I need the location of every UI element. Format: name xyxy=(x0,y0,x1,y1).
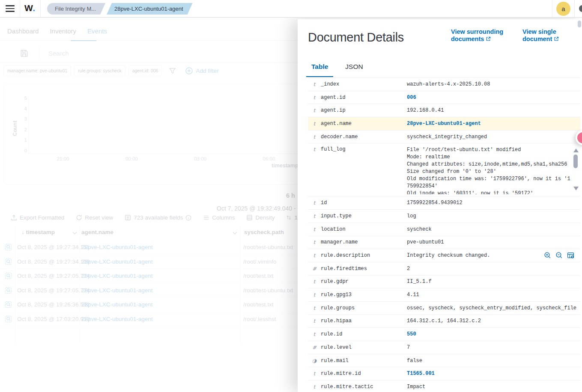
document-field-table: t _index wazuh-alerts-4.x-2025.10.08 xyxy=(308,77,580,392)
field-value: wazuh-alerts-4.x-2025.10.08 xyxy=(407,81,490,87)
scroll-down-arrow[interactable] xyxy=(573,187,579,190)
field-name: rule.id xyxy=(321,331,407,337)
external-link-icon xyxy=(486,36,491,42)
flyout-tab[interactable]: JSON xyxy=(340,63,368,77)
field-row: t input.type log xyxy=(308,210,580,223)
field-type-icon: t xyxy=(310,200,318,206)
avatar[interactable]: a xyxy=(556,2,570,16)
field-value: 4.11 xyxy=(407,292,419,298)
field-type-icon: # xyxy=(310,344,318,350)
full-log-scrollbar xyxy=(573,143,579,196)
filter-out-value-icon[interactable] xyxy=(555,252,563,259)
breadcrumb-pill[interactable]: 28pve-LXC-ubuntu01-agent xyxy=(107,3,192,15)
field-name: rule.description xyxy=(321,252,407,258)
field-row: t agent.id 006 xyxy=(308,91,580,104)
toggle-column-icon[interactable] xyxy=(567,252,574,259)
field-type-icon: t xyxy=(310,107,318,113)
field-type-icon: t xyxy=(310,305,318,311)
field-type-icon: t xyxy=(310,384,318,390)
filter-for-value-icon[interactable] xyxy=(544,252,551,259)
field-value: false xyxy=(407,358,422,364)
field-name: input.type xyxy=(321,213,407,219)
navbar-divider xyxy=(552,0,552,17)
field-row: t location syscheck xyxy=(308,223,580,236)
field-value: 1759922854.9439012 xyxy=(407,200,463,206)
field-name: rule.mitre.tactic xyxy=(321,384,407,390)
flyout-tabs: TableJSON xyxy=(306,63,368,77)
field-name: agent.name xyxy=(321,121,407,127)
field-value: 28pve-LXC-ubuntu01-agent xyxy=(407,121,481,127)
scroll-up-arrow[interactable] xyxy=(573,148,579,152)
field-value: syscheck_integrity_changed xyxy=(407,134,487,140)
field-type-icon: t xyxy=(310,121,318,127)
field-value: Integrity checksum changed. xyxy=(407,252,490,258)
flyout-title: Document Details xyxy=(308,30,404,45)
scrollbar-thumb[interactable] xyxy=(573,154,578,168)
field-value: 164.312.c.1, 164.312.c.2 xyxy=(407,318,481,324)
wazuh-logo[interactable]: W. xyxy=(24,3,36,13)
field-type-icon: t xyxy=(310,213,318,219)
field-type-icon: t xyxy=(310,252,318,258)
field-row: t id 1759922854.9439012 xyxy=(308,196,580,210)
breadcrumb-label: 28pve-LXC-ubuntu01-agent xyxy=(114,6,183,12)
field-value: ossec, syscheck, syscheck_entry_modified… xyxy=(407,305,576,311)
field-row: t rule.description Integrity checksum ch… xyxy=(308,249,580,262)
field-name: rule.hipaa xyxy=(321,318,407,324)
field-value: syscheck xyxy=(407,226,432,232)
field-name: manager.name xyxy=(321,239,407,245)
field-name: agent.ip xyxy=(321,107,407,113)
field-row: # rule.level 7 xyxy=(308,341,580,354)
field-row: t rule.hipaa 164.312.c.1, 164.312.c.2 xyxy=(308,315,580,328)
flyout-action-link[interactable]: View single document xyxy=(522,28,582,42)
field-name: rule.mail xyxy=(321,358,407,364)
field-name: agent.id xyxy=(321,95,407,101)
field-row: t _index wazuh-alerts-4.x-2025.10.08 xyxy=(308,78,580,91)
external-link-icon xyxy=(554,36,559,42)
field-value: log xyxy=(407,213,416,219)
field-value: File '/root/test-ubuntu.txt' modified Mo… xyxy=(407,146,571,194)
field-value: 7 xyxy=(407,344,410,350)
field-name: rule.gpg13 xyxy=(321,292,407,298)
field-row: ◑ rule.mail false xyxy=(308,354,580,368)
field-type-icon: t xyxy=(310,318,318,324)
document-details-flyout: Document Details View surrounding docume… xyxy=(298,19,582,392)
field-type-icon: t xyxy=(310,239,318,245)
field-type-icon: t xyxy=(310,95,318,101)
field-name: location xyxy=(321,226,407,232)
field-value: 2 xyxy=(407,266,410,272)
flyout-scrollbar-thumb[interactable] xyxy=(578,21,581,27)
field-row: t full_log File '/root/test-ubuntu.txt' … xyxy=(308,143,580,196)
field-row: t rule.gpg13 4.11 xyxy=(308,288,580,302)
field-type-icon: ◑ xyxy=(310,358,318,364)
field-name: rule.level xyxy=(321,344,407,350)
field-type-icon: t xyxy=(310,81,318,87)
field-row: t manager.name pve-ubuntu01 xyxy=(308,236,580,249)
top-navbar: W. File Integrity M...28pve-LXC-ubuntu01… xyxy=(0,0,582,18)
field-type-icon: # xyxy=(310,266,318,272)
navbar-divider xyxy=(20,0,20,17)
field-value: T1565.001 xyxy=(407,371,435,377)
field-value: 006 xyxy=(407,95,416,101)
menu-icon[interactable] xyxy=(6,5,15,12)
field-row: t agent.ip 192.168.0.41 xyxy=(308,104,580,117)
field-row: t agent.name 28pve-LXC-ubuntu01-agent xyxy=(308,117,580,131)
breadcrumb-pill[interactable]: File Integrity M... xyxy=(47,3,105,15)
field-name: _index xyxy=(321,81,407,87)
field-type-icon: t xyxy=(310,226,318,232)
field-row: t rule.mitre.id T1565.001 xyxy=(308,367,580,380)
field-hover-actions xyxy=(544,252,574,259)
navbar-edge-icon[interactable] xyxy=(579,5,582,12)
flyout-action-link[interactable]: View surrounding documents xyxy=(451,28,512,42)
flyout-tab[interactable]: Table xyxy=(306,63,333,77)
field-type-icon: t xyxy=(310,146,318,152)
field-value: pve-ubuntu01 xyxy=(407,239,444,245)
field-value: II_5.1.f xyxy=(407,279,432,285)
field-row: # rule.firedtimes 2 xyxy=(308,262,580,276)
field-value: 550 xyxy=(407,331,416,337)
field-row: t rule.groups ossec, syscheck, syscheck_… xyxy=(308,302,580,315)
field-name: rule.firedtimes xyxy=(321,266,407,272)
breadcrumb: File Integrity M...28pve-LXC-ubuntu01-ag… xyxy=(47,3,193,15)
field-type-icon: t xyxy=(310,371,318,377)
field-row: t rule.mitre.tactic Impact xyxy=(308,380,580,392)
field-row: t rule.id 550 xyxy=(308,328,580,341)
